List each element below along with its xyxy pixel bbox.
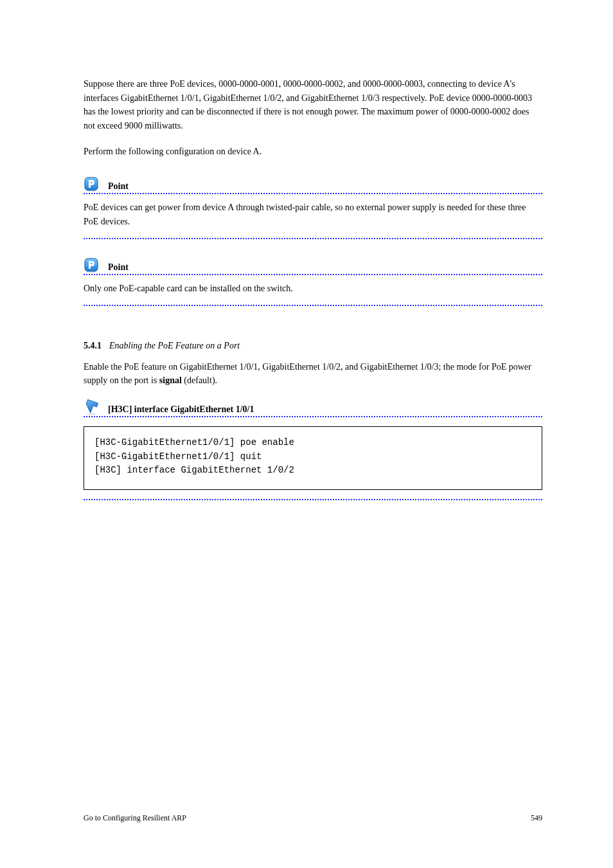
dotted-divider <box>84 416 542 417</box>
point-body-1: PoE devices can get power from device A … <box>84 201 542 228</box>
command-inline: [H3C] interface GigabitEthernet 1/0/1 <box>108 404 254 415</box>
dotted-divider <box>84 238 542 239</box>
intro-text-1: Suppose there are three PoE devices, 000… <box>84 79 532 131</box>
point-title-2: Point <box>108 262 129 273</box>
task-intro: Enable the PoE feature on GigabitEtherne… <box>84 360 542 388</box>
footer-right: 549 <box>531 813 542 823</box>
task-intro-tail: (default). <box>182 375 217 385</box>
arrow-icon <box>84 399 99 415</box>
task-title: Enabling the PoE Feature on a Port <box>109 341 240 351</box>
task-header: 5.4.1 Enabling the PoE Feature on a Port <box>84 341 542 351</box>
p-icon <box>84 257 99 273</box>
point-row-2: Point <box>84 257 542 273</box>
dotted-divider <box>84 274 542 275</box>
code-box: [H3C-GigabitEthernet1/0/1] poe enable [H… <box>84 426 542 490</box>
task-number: 5.4.1 <box>84 341 102 351</box>
intro-paragraph-2: Perform the following configuration on d… <box>84 145 542 159</box>
dotted-divider <box>84 499 542 500</box>
intro-text-2: Perform the following configuration on d… <box>84 147 262 156</box>
point-body-2: Only one PoE-capable card can be install… <box>84 282 542 296</box>
task-section: 5.4.1 Enabling the PoE Feature on a Port… <box>84 341 542 500</box>
dotted-divider <box>84 193 542 194</box>
task-intro-text: Enable the PoE feature on GigabitEtherne… <box>84 362 531 386</box>
command-row: [H3C] interface GigabitEthernet 1/0/1 <box>84 399 542 415</box>
code-box-wrap: [H3C-GigabitEthernet1/0/1] poe enable [H… <box>84 426 542 490</box>
footer-left: Go to Configuring Resilient ARP <box>84 813 186 823</box>
content-column: Suppose there are three PoE devices, 000… <box>84 77 542 500</box>
point-block-2: Point Only one PoE-capable card can be i… <box>84 257 542 306</box>
point-title-1: Point <box>108 181 129 192</box>
intro-paragraph-1: Suppose there are three PoE devices, 000… <box>84 77 542 133</box>
point-row-1: Point <box>84 176 542 192</box>
dotted-divider <box>84 305 542 306</box>
svg-point-6 <box>85 413 97 415</box>
task-intro-bold: signal <box>159 375 182 385</box>
page-footer: Go to Configuring Resilient ARP 549 <box>84 813 542 823</box>
p-icon <box>84 176 99 192</box>
page: Suppose there are three PoE devices, 000… <box>0 0 613 868</box>
point-block-1: Point PoE devices can get power from dev… <box>84 176 542 239</box>
